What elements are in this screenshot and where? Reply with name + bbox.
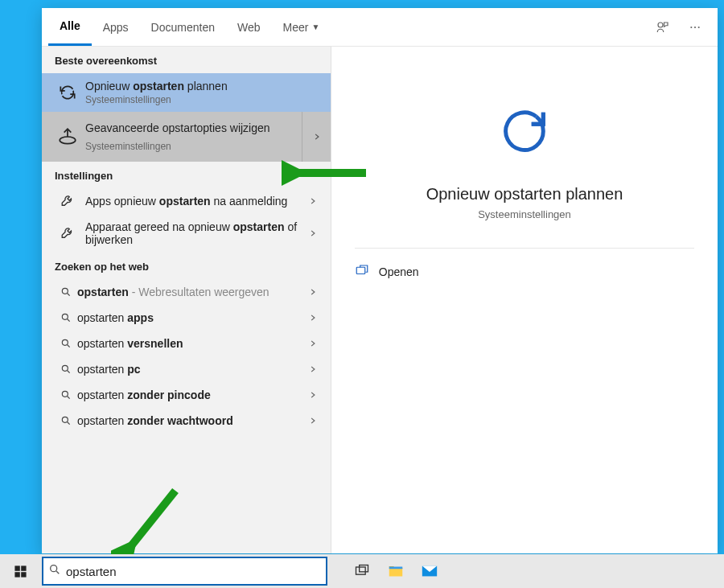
result-apps-restart[interactable]: Apps opnieuw opstarten na aanmelding bbox=[42, 188, 331, 214]
chevron-right-icon bbox=[303, 339, 323, 347]
svg-rect-14 bbox=[14, 565, 19, 570]
divider bbox=[355, 248, 694, 249]
search-icon bbox=[48, 563, 61, 579]
result-restart-schedule[interactable]: Opnieuw opstarten plannen Systeeminstell… bbox=[42, 73, 331, 112]
web-result[interactable]: opstarten versnellen bbox=[42, 331, 331, 356]
web-result[interactable]: opstarten zonder pincode bbox=[42, 382, 331, 408]
tab-more[interactable]: Meer ▼ bbox=[272, 8, 331, 46]
svg-point-0 bbox=[658, 23, 663, 27]
section-web: Zoeken op het web bbox=[42, 253, 331, 279]
chevron-right-icon bbox=[303, 391, 323, 399]
section-best-match: Beste overeenkomst bbox=[42, 47, 331, 73]
open-label: Openen bbox=[379, 265, 419, 278]
wrench-icon bbox=[55, 226, 80, 241]
file-explorer-icon[interactable] bbox=[379, 554, 413, 588]
svg-point-1 bbox=[690, 26, 692, 27]
result-title: Geavanceerde opstartopties wijzigen bbox=[85, 121, 294, 134]
svg-point-8 bbox=[62, 365, 68, 371]
svg-rect-19 bbox=[356, 567, 366, 574]
search-icon bbox=[55, 389, 77, 401]
chevron-right-icon bbox=[303, 288, 323, 296]
feedback-icon[interactable] bbox=[647, 8, 679, 46]
mail-icon[interactable] bbox=[413, 554, 446, 588]
search-icon bbox=[55, 364, 77, 375]
web-result-title: opstarten - Webresultaten weergeven bbox=[77, 286, 303, 298]
web-result[interactable]: opstarten zonder wachtwoord bbox=[42, 408, 331, 434]
result-title: Apps opnieuw opstarten na aanmelding bbox=[85, 195, 298, 208]
start-button[interactable] bbox=[0, 554, 40, 588]
taskbar-search-box[interactable] bbox=[42, 557, 327, 586]
search-input[interactable] bbox=[66, 565, 321, 578]
svg-point-10 bbox=[62, 417, 68, 422]
boot-icon bbox=[55, 126, 80, 147]
web-result[interactable]: opstarten apps bbox=[42, 305, 331, 331]
chevron-right-icon bbox=[303, 417, 323, 425]
chevron-right-icon bbox=[303, 229, 323, 237]
svg-rect-17 bbox=[21, 572, 26, 577]
search-icon bbox=[55, 338, 77, 349]
svg-point-18 bbox=[51, 565, 57, 572]
svg-point-3 bbox=[698, 26, 700, 27]
task-view-icon[interactable] bbox=[345, 554, 379, 588]
web-result-title: opstarten pc bbox=[77, 363, 303, 376]
svg-point-6 bbox=[62, 314, 68, 319]
restart-icon bbox=[496, 103, 553, 162]
preview-title: Opnieuw opstarten plannen bbox=[426, 185, 623, 204]
result-device-restart[interactable]: Apparaat gereed na opnieuw opstarten of … bbox=[42, 214, 331, 253]
svg-rect-16 bbox=[14, 572, 19, 577]
search-filter-tabs: Alle Apps Documenten Web Meer ▼ bbox=[42, 8, 718, 47]
results-column: Beste overeenkomst Opnieuw opstarten pla… bbox=[42, 47, 331, 553]
svg-rect-21 bbox=[389, 567, 403, 569]
search-icon bbox=[55, 312, 77, 323]
chevron-right-icon bbox=[303, 314, 323, 322]
web-result-title: opstarten zonder wachtwoord bbox=[77, 414, 303, 427]
web-result[interactable]: opstarten pc bbox=[42, 356, 331, 382]
svg-point-2 bbox=[694, 26, 696, 27]
more-options-icon[interactable] bbox=[679, 8, 711, 46]
search-icon bbox=[55, 286, 77, 298]
svg-rect-15 bbox=[21, 565, 26, 570]
svg-point-4 bbox=[60, 137, 76, 144]
preview-pane: Opnieuw opstarten plannen Systeeminstell… bbox=[331, 47, 718, 553]
tab-apps[interactable]: Apps bbox=[92, 8, 140, 46]
svg-rect-20 bbox=[360, 565, 368, 572]
wrench-icon bbox=[55, 194, 80, 208]
windows-search-panel: Alle Apps Documenten Web Meer ▼ Beste ov… bbox=[42, 8, 718, 553]
result-subtitle: Systeeminstellingen bbox=[85, 94, 318, 105]
result-subtitle: Systeeminstellingen bbox=[85, 141, 294, 152]
svg-point-7 bbox=[62, 339, 68, 345]
svg-rect-11 bbox=[356, 267, 365, 273]
search-icon bbox=[55, 415, 77, 426]
svg-point-9 bbox=[62, 391, 68, 397]
tab-web[interactable]: Web bbox=[226, 8, 272, 46]
result-title: Opnieuw opstarten plannen bbox=[85, 80, 318, 93]
restart-icon bbox=[55, 82, 80, 103]
tab-more-label: Meer bbox=[283, 21, 309, 34]
chevron-right-icon bbox=[303, 365, 323, 373]
result-expand-button[interactable] bbox=[302, 112, 331, 162]
result-advanced-startup[interactable]: Geavanceerde opstartopties wijzigen Syst… bbox=[42, 112, 331, 162]
web-result[interactable]: opstarten - Webresultaten weergeven bbox=[42, 279, 331, 305]
taskbar bbox=[0, 554, 724, 588]
chevron-down-icon: ▼ bbox=[311, 23, 319, 31]
chevron-right-icon bbox=[303, 197, 323, 205]
tab-all[interactable]: Alle bbox=[48, 8, 92, 46]
svg-point-5 bbox=[62, 288, 68, 294]
web-result-title: opstarten zonder pincode bbox=[77, 389, 303, 401]
tab-documents[interactable]: Documenten bbox=[140, 8, 226, 46]
web-result-title: opstarten versnellen bbox=[77, 337, 303, 350]
open-icon bbox=[355, 263, 369, 280]
result-title: Apparaat gereed na opnieuw opstarten of … bbox=[85, 220, 298, 246]
web-result-title: opstarten apps bbox=[77, 311, 303, 324]
open-action[interactable]: Openen bbox=[355, 260, 694, 283]
preview-subtitle: Systeeminstellingen bbox=[478, 208, 571, 220]
section-settings: Instellingen bbox=[42, 162, 331, 188]
